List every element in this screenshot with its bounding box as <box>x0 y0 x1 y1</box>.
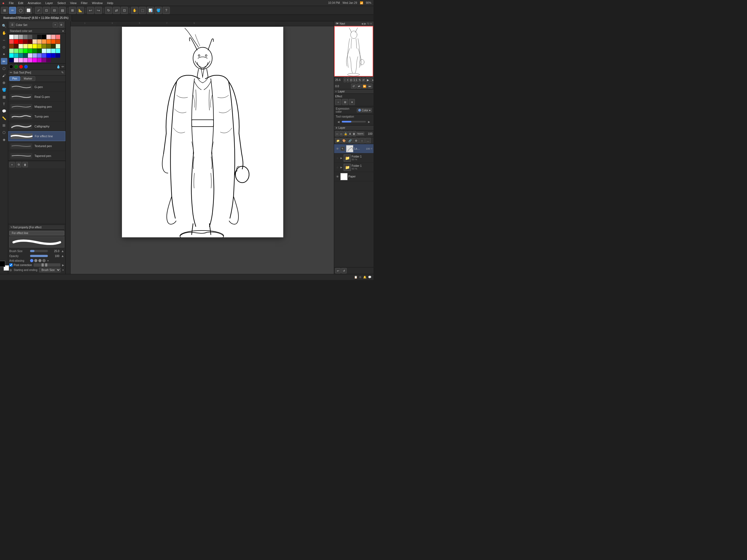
brush-size-up-btn[interactable]: ▲ <box>61 249 64 253</box>
post-correction-checkbox[interactable] <box>9 263 12 266</box>
color-swatch-55[interactable] <box>9 58 14 62</box>
color-swatch-51[interactable] <box>42 53 46 58</box>
color-swatch-29[interactable] <box>42 44 46 48</box>
folder-1b-visibility[interactable]: ○ <box>335 165 340 170</box>
color-swatch-59[interactable] <box>28 58 32 62</box>
foreground-color-swatch[interactable] <box>0 261 5 267</box>
color-swatch-28[interactable] <box>37 44 42 48</box>
tab-pen[interactable]: Pen <box>9 76 20 81</box>
color-swatch-15[interactable] <box>28 40 32 44</box>
tool-fill[interactable]: 🪣 <box>1 86 7 93</box>
color-swatch-5[interactable] <box>32 35 37 39</box>
color-set-menu-icon[interactable]: ☰ <box>10 22 15 27</box>
folder-1a-fold-arrow[interactable]: ▶ <box>340 157 342 159</box>
color-swatch-21[interactable] <box>56 40 60 44</box>
color-set-options-icon[interactable]: ⚙ <box>59 22 64 27</box>
tool-ruler[interactable]: 📏 <box>1 115 7 121</box>
app-logo[interactable]: ● <box>2 1 4 5</box>
aa-dot-0[interactable] <box>30 259 33 262</box>
layer-settings-btn[interactable]: ⚙ <box>353 138 359 143</box>
color-swatch-49[interactable] <box>32 53 37 58</box>
select-btn[interactable]: ⬚ <box>139 7 146 14</box>
navigator-preview[interactable] <box>334 26 373 77</box>
color-swatch-52[interactable] <box>47 53 51 58</box>
menu-filter[interactable]: Filter <box>81 1 87 5</box>
black-color-dot[interactable] <box>9 65 13 69</box>
pen-item-for-effect-line[interactable]: For effect line <box>8 131 66 141</box>
starting-ending-select[interactable]: Brush Size <box>39 268 61 272</box>
layer-more-btn[interactable]: … <box>365 138 371 143</box>
color-swatch-63[interactable] <box>47 58 51 62</box>
move-btn[interactable]: ✋ <box>131 7 138 14</box>
new-raster-layer-btn[interactable]: □ <box>335 131 339 136</box>
nav-refresh-btn[interactable]: ↻ <box>367 22 369 25</box>
sub-tool-pencil-icon[interactable]: ✎ <box>61 71 64 74</box>
status-icon-1[interactable]: 📋 <box>354 276 357 279</box>
expression-color-select[interactable]: Color ▾ <box>357 108 372 112</box>
color-swatch-42[interactable] <box>51 49 55 53</box>
color-swatch-53[interactable] <box>51 53 55 58</box>
play-frame-btn[interactable]: ⏩ <box>362 84 367 88</box>
menu-select[interactable]: Select <box>57 1 66 5</box>
color-swatch-39[interactable] <box>37 49 42 53</box>
color-fill-btn[interactable]: 🪣 <box>155 7 162 14</box>
tool-gradient[interactable]: ▦ <box>1 94 7 100</box>
pen-item-g-pen[interactable]: G-pen <box>8 82 66 92</box>
merge-layer-btn[interactable]: ⬇ <box>348 131 352 136</box>
aa-dot-3[interactable] <box>42 259 46 262</box>
color-swatch-26[interactable] <box>28 44 32 48</box>
zoom-fit-canvas-btn[interactable]: ⊡ <box>350 77 353 82</box>
color-swatch-17[interactable] <box>37 40 42 44</box>
zoom-out-btn[interactable]: − <box>344 77 346 82</box>
aa-dot-2[interactable] <box>38 259 42 262</box>
layer-5-lock-icon[interactable]: ✎ <box>340 147 345 151</box>
toggle-nav-btn[interactable]: ≡ <box>335 90 337 93</box>
rotate-cw-btn[interactable]: ↻ <box>358 77 361 82</box>
color-swatch-46[interactable] <box>19 53 23 58</box>
layer-item-paper[interactable]: 👁 Paper <box>334 172 374 181</box>
copy-pen-btn[interactable]: ⧉ <box>16 162 21 167</box>
tool-magic-wand[interactable]: ✦ <box>1 51 7 57</box>
nav-options-btn[interactable]: ≡ <box>370 22 372 25</box>
aa-dot-1[interactable] <box>34 259 37 262</box>
color-swatch-45[interactable] <box>14 53 18 58</box>
tn-next-icon[interactable]: ▶ <box>366 119 372 124</box>
delete-layer-btn[interactable]: 🗑 <box>353 131 356 136</box>
starting-ending-dropdown[interactable]: ▾ <box>62 269 64 272</box>
tool-eraser[interactable]: ⬡ <box>1 65 7 72</box>
tool-blend[interactable]: ⊕ <box>1 79 7 86</box>
color-swatch-19[interactable] <box>47 40 51 44</box>
aa-dropdown-btn[interactable]: ▾ <box>47 259 49 262</box>
color-swatch-25[interactable] <box>23 44 28 48</box>
color-swatch-50[interactable] <box>37 53 42 58</box>
menu-edit[interactable]: Edit <box>18 1 23 5</box>
color-swatch-34[interactable] <box>14 49 18 53</box>
fill-color-btn[interactable]: 🎨 <box>341 138 347 143</box>
menu-animation[interactable]: Animation <box>28 1 41 5</box>
ruler-btn[interactable]: 📐 <box>77 7 84 14</box>
tool-3d[interactable]: ⬡ <box>1 129 7 136</box>
tn-prev-icon[interactable]: ◀ <box>336 119 341 124</box>
folder-1a-visibility[interactable]: ○ <box>335 156 340 160</box>
dark-green-dot[interactable] <box>14 65 18 69</box>
new-folder-btn[interactable]: 📁 <box>335 138 341 143</box>
blend-mode-select[interactable]: Norm <box>357 132 364 136</box>
color-set-add-icon[interactable]: + <box>53 22 58 27</box>
document-tab[interactable]: Illustration37[Restore]* (8.50 × 11.00in… <box>0 15 72 21</box>
canvas-area[interactable]: 1 3 5 7 9 <box>66 21 334 274</box>
tool-bubble[interactable]: 💬 <box>1 108 7 114</box>
color-swatch-7[interactable] <box>42 35 46 39</box>
effect-circle-icon[interactable]: ○ <box>335 99 341 105</box>
opacity-up-btn[interactable]: ▲ <box>61 254 64 258</box>
pen-tool-btn[interactable]: ✏ <box>9 7 16 14</box>
color-swatch-61[interactable] <box>37 58 42 62</box>
color-swatch-36[interactable] <box>23 49 28 53</box>
tool-brush[interactable]: 🖌 <box>1 72 7 79</box>
bottom-action-btn-2[interactable]: ↺ <box>341 268 347 274</box>
tool-transform[interactable]: ↔ <box>1 36 7 43</box>
menu-view[interactable]: View <box>70 1 77 5</box>
color-swatch-18[interactable] <box>42 40 46 44</box>
layer-item-folder-1b[interactable]: ○ ▶ 📁 Folder 1 50 % <box>334 163 374 172</box>
color-swatch-13[interactable] <box>19 40 23 44</box>
color-swatch-41[interactable] <box>47 49 51 53</box>
